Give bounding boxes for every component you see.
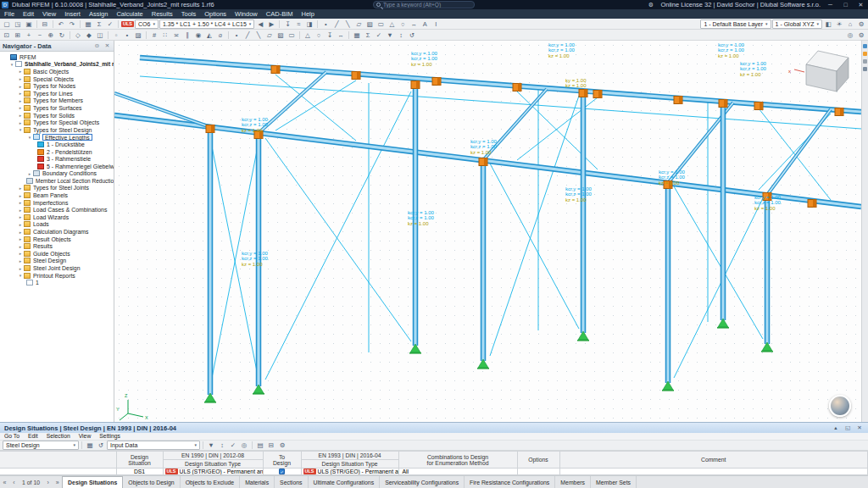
grid-icon[interactable]: ∷ bbox=[160, 30, 170, 40]
expand-icon[interactable]: ▸ bbox=[17, 200, 24, 205]
solid-view-icon[interactable]: ▪ bbox=[122, 30, 132, 40]
show-results-icon[interactable]: ≈ bbox=[293, 19, 303, 29]
tree-item-printout-reports[interactable]: ▾Printout Reports bbox=[0, 272, 114, 280]
panel-toggle-button[interactable] bbox=[863, 59, 867, 64]
numbering-icon[interactable]: # bbox=[149, 30, 159, 40]
combination-formula-combo[interactable]: 1.35 * LC1 + 1.50 * LC4 + LC15▾ bbox=[159, 19, 254, 29]
member-icon[interactable]: ╲ bbox=[253, 30, 264, 40]
to-design-checkbox[interactable]: ✓ bbox=[279, 469, 285, 474]
refresh-icon[interactable]: ↺ bbox=[96, 441, 106, 450]
hinge-icon[interactable]: ○ bbox=[398, 19, 408, 29]
menu-edit[interactable]: Edit bbox=[24, 433, 42, 439]
expand-icon[interactable]: ▸ bbox=[17, 251, 24, 256]
refresh-icon[interactable]: ↺ bbox=[407, 30, 417, 40]
work-plane-icon[interactable]: ◫ bbox=[95, 30, 105, 40]
coordinate-system-combo[interactable]: 1 - Global XYZ▾ bbox=[772, 19, 822, 29]
measure-icon[interactable]: ⌀ bbox=[215, 30, 225, 40]
minimize-button[interactable]: ─ bbox=[825, 2, 836, 8]
text-icon[interactable]: A bbox=[420, 19, 430, 29]
filter-icon[interactable]: ▼ bbox=[206, 441, 216, 450]
open-icon[interactable]: ◳ bbox=[13, 19, 23, 29]
clipping-icon[interactable]: ◭ bbox=[204, 30, 214, 40]
float-icon[interactable]: ◱ bbox=[843, 424, 852, 431]
expand-icon[interactable]: ▸ bbox=[17, 230, 24, 235]
expand-icon[interactable]: ▸ bbox=[17, 91, 24, 96]
expand-icon[interactable]: ▾ bbox=[17, 127, 24, 132]
collapse-icon[interactable]: ▴ bbox=[832, 424, 840, 431]
menu-calculate[interactable]: Calculate bbox=[112, 9, 147, 19]
node-icon[interactable]: • bbox=[320, 19, 331, 29]
tree-item-special-objects[interactable]: ▸Special Objects bbox=[0, 75, 114, 83]
panel-toggle-button[interactable] bbox=[863, 44, 867, 48]
search-input[interactable] bbox=[383, 2, 471, 8]
loads-icon[interactable]: ↧ bbox=[325, 30, 335, 40]
menu-view[interactable]: View bbox=[75, 433, 96, 439]
check-icon[interactable]: ✓ bbox=[105, 19, 115, 29]
expand-icon[interactable]: ▸ bbox=[17, 186, 24, 191]
axonometric-view-icon[interactable]: ◆ bbox=[84, 30, 94, 40]
menu-results[interactable]: Results bbox=[147, 9, 177, 19]
menu-tools[interactable]: Tools bbox=[177, 9, 201, 19]
render-icon[interactable]: ◧ bbox=[823, 19, 833, 29]
save-icon[interactable]: ▣ bbox=[24, 19, 34, 29]
previous-page-button[interactable]: ‹ bbox=[9, 476, 19, 488]
options-cell[interactable] bbox=[517, 469, 559, 475]
tree-item-rfem[interactable]: RFEM bbox=[0, 53, 114, 61]
tab-serviceability-configurations[interactable]: Serviceability Configurations bbox=[380, 476, 465, 488]
tab-materials[interactable]: Materials bbox=[240, 476, 275, 488]
menu-go-to[interactable]: Go To bbox=[0, 433, 24, 439]
tables-icon[interactable]: ▦ bbox=[352, 30, 362, 40]
next-page-button[interactable]: › bbox=[43, 476, 53, 488]
expand-icon[interactable]: ▸ bbox=[17, 258, 24, 263]
menu-selection[interactable]: Selection bbox=[42, 433, 75, 439]
tree-item-load-cases-combinations[interactable]: ▸Load Cases & Combinations bbox=[0, 206, 114, 214]
tab-members[interactable]: Members bbox=[555, 476, 591, 488]
snap-icon[interactable]: ≍ bbox=[171, 30, 181, 40]
expand-icon[interactable]: ▸ bbox=[17, 98, 24, 103]
expand-icon[interactable]: ▸ bbox=[17, 76, 24, 81]
dimension-icon[interactable]: ↔ bbox=[409, 19, 419, 29]
panel-icon[interactable]: ◨ bbox=[304, 19, 314, 29]
tree-item-calculation-diagrams[interactable]: ▸Calculation Diagrams bbox=[0, 228, 114, 236]
tree-item-result-objects[interactable]: ▸Result Objects bbox=[0, 236, 114, 243]
hinge-icon[interactable]: ○ bbox=[314, 30, 324, 40]
bracing-members[interactable] bbox=[140, 75, 861, 386]
support-icon[interactable]: △ bbox=[303, 30, 313, 40]
keyword-search[interactable] bbox=[373, 1, 475, 8]
steel-beams[interactable] bbox=[114, 58, 861, 207]
calculate-icon[interactable]: Σ bbox=[363, 30, 373, 40]
table-view-combo[interactable]: Input Data▾ bbox=[107, 441, 200, 450]
tab-sections[interactable]: Sections bbox=[275, 476, 308, 488]
print-icon[interactable]: ⊟ bbox=[40, 19, 50, 29]
menu-options[interactable]: Options bbox=[200, 9, 231, 19]
model-viewport[interactable]: x Z X Y kcr,y = 1.00kcr,z = 1.00kz = 1.0… bbox=[114, 41, 861, 422]
expand-icon[interactable]: ▸ bbox=[17, 84, 24, 89]
menu-help[interactable]: Help bbox=[297, 9, 318, 19]
expand-icon[interactable]: ▸ bbox=[17, 105, 24, 110]
menu-insert[interactable]: Insert bbox=[60, 9, 85, 19]
expand-icon[interactable]: ▸ bbox=[17, 120, 24, 125]
tree-item-types-for-members[interactable]: ▸Types for Members bbox=[0, 97, 114, 105]
tree-item-basic-objects[interactable]: ▸Basic Objects bbox=[0, 68, 114, 75]
tree-item-types-for-steel-design[interactable]: ▾Types for Steel Design bbox=[0, 126, 114, 134]
pan-icon[interactable]: ⊕ bbox=[46, 30, 56, 40]
wireframe-icon[interactable]: ▫ bbox=[111, 30, 121, 40]
tab-fire-resistance-configurations[interactable]: Fire Resistance Configurations bbox=[465, 476, 555, 488]
show-loads-icon[interactable]: ↧ bbox=[282, 19, 292, 29]
tab-ultimate-configurations[interactable]: Ultimate Configurations bbox=[309, 476, 381, 488]
filter-icon[interactable]: ▼ bbox=[385, 30, 395, 40]
design-type-combo[interactable]: Steel Design▾ bbox=[3, 441, 79, 450]
tree-item-types-for-lines[interactable]: ▸Types for Lines bbox=[0, 90, 114, 97]
expand-icon[interactable]: ▸ bbox=[17, 266, 24, 271]
section-icon[interactable]: I bbox=[431, 19, 441, 29]
pin-icon[interactable]: ⊙ bbox=[93, 42, 101, 49]
tree-item-load-wizards[interactable]: ▸Load Wizards bbox=[0, 214, 114, 221]
eye-icon[interactable]: ◎ bbox=[845, 30, 855, 40]
panel-toggle-button[interactable] bbox=[863, 67, 867, 71]
tables-icon[interactable]: ▦ bbox=[83, 19, 93, 29]
tab-member-sets[interactable]: Member Sets bbox=[591, 476, 637, 488]
tree-item-boundary-conditions[interactable]: ▸Boundary Conditions bbox=[0, 170, 114, 178]
navigation-cube[interactable]: x bbox=[788, 51, 849, 92]
member-icon[interactable]: ╲ bbox=[342, 19, 353, 29]
tree-item-member-local-section-reductions[interactable]: Member Local Section Reductions bbox=[0, 177, 114, 185]
